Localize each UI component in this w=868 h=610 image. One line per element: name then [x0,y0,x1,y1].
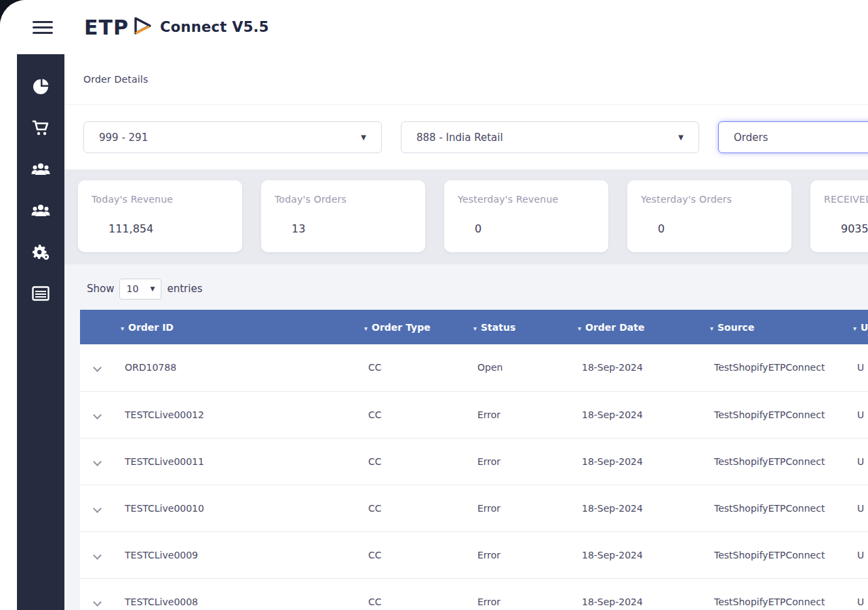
cell-order-date: 18-Sep-2024 [571,391,703,438]
play-triangle-icon [132,16,153,38]
company-select-value: 999 - 291 [99,131,148,144]
sidebar-nav [17,54,64,610]
expand-row-icon[interactable] [93,598,102,607]
expand-row-icon[interactable] [93,363,102,372]
cell-extra: U [846,578,868,610]
cell-order-date: 18-Sep-2024 [571,485,703,531]
expand-row-icon[interactable] [93,458,102,466]
stat-label: Today's Revenue [92,194,242,205]
column-header-extra[interactable]: ▾U [846,310,868,344]
cell-status: Error [467,438,571,485]
cell-status: Open [467,344,571,391]
show-label: Show [87,283,114,295]
page-title-bar: Order Details [64,54,868,105]
menu-icon[interactable] [33,18,53,37]
cell-extra: U [846,438,868,485]
cell-source: TestShopifyETPConnect [703,344,846,391]
brand-suffix-text: Connect V5.5 [160,19,269,35]
stat-value: 111,854 [108,222,242,235]
stat-value: 13 [292,222,425,235]
cart-icon [32,120,50,136]
cell-source: TestShopifyETPConnect [703,531,846,578]
module-select[interactable]: Orders [718,121,868,153]
filter-row: 999 - 291 ▼ 888 - India Retail ▼ Orders [64,105,868,169]
sort-caret-icon: ▾ [121,325,124,332]
column-header-order-date[interactable]: ▾Order Date [571,310,703,344]
stat-card-yesterdays-orders: Yesterday's Orders 0 [627,180,791,252]
expand-row-icon[interactable] [93,504,102,513]
module-select-value: Orders [734,131,768,144]
cell-order-type: CC [357,438,467,485]
sidebar-item-orders[interactable] [27,115,54,142]
cell-order-date: 18-Sep-2024 [571,344,703,391]
cell-order-type: CC [357,531,467,578]
sidebar-item-dashboard[interactable] [27,73,54,100]
company-select[interactable]: 999 - 291 ▼ [83,121,382,153]
sidebar-item-reports[interactable] [27,280,54,307]
cell-extra: U [846,485,868,531]
column-header-order-type[interactable]: ▾Order Type [357,310,467,344]
sidebar-item-settings[interactable] [27,239,54,266]
orders-table-section: Show 10 ▼ entries [64,264,868,610]
settings-gears-icon [32,244,50,260]
stat-label: Yesterday's Revenue [458,194,608,205]
sort-caret-icon: ▾ [364,325,368,332]
stat-card-yesterdays-revenue: Yesterday's Revenue 0 [444,180,608,252]
column-header-source[interactable]: ▾Source [703,310,846,344]
orders-table: ▾Order ID ▾Order Type ▾Status ▾Order Dat… [80,310,868,610]
cell-order-date: 18-Sep-2024 [571,578,703,610]
entries-label: entries [167,283,202,295]
stat-card-received: RECEIVED 9035 [810,180,868,252]
cell-source: TestShopifyETPConnect [703,438,846,485]
cell-source: TestShopifyETPConnect [703,578,846,610]
brand-logo: ETP Connect V5.5 [84,16,269,39]
expand-row-icon[interactable] [93,551,102,560]
sort-caret-icon: ▾ [473,325,477,332]
stat-value: 0 [475,222,608,235]
column-header-order-id[interactable]: ▾Order ID [114,310,357,344]
chevron-down-icon: ▼ [361,134,366,141]
cell-status: Error [467,531,571,578]
page-title: Order Details [83,74,148,85]
left-gutter [0,54,17,610]
page-size-select[interactable]: 10 ▼ [119,279,161,300]
chevron-down-icon: ▼ [151,285,155,292]
stat-value: 9035 [841,222,868,235]
page-size-value: 10 [126,283,138,294]
cell-status: Error [467,485,571,531]
sidebar-item-customers[interactable] [27,156,54,183]
cell-order-type: CC [357,344,467,391]
stat-label: RECEIVED [824,194,868,205]
app-window: ETP Connect V5.5 [0,0,868,610]
cell-order-date: 18-Sep-2024 [571,531,703,578]
cell-extra: U [846,344,868,391]
top-header: ETP Connect V5.5 [0,0,868,54]
stat-value: 0 [658,222,791,235]
cell-order-id: TESTCLive0008 [114,578,357,610]
stat-card-todays-orders: Today's Orders 13 [261,180,425,252]
table-row: TESTCLive00012 CC Error 18-Sep-2024 Test… [80,391,868,438]
orders-table-wrap: ▾Order ID ▾Order Type ▾Status ▾Order Dat… [80,310,868,610]
stat-label: Today's Orders [275,194,425,205]
store-select[interactable]: 888 - India Retail ▼ [401,121,699,153]
cell-order-type: CC [357,391,467,438]
main-content: Order Details 999 - 291 ▼ 888 - India Re… [64,54,868,610]
sort-caret-icon: ▾ [710,325,713,332]
cell-extra: U [846,531,868,578]
column-header-status[interactable]: ▾Status [467,310,571,344]
brand-etp-text: ETP [84,16,129,39]
cell-source: TestShopifyETPConnect [703,485,846,531]
stat-card-todays-revenue: Today's Revenue 111,854 [78,180,242,252]
expand-row-icon[interactable] [93,411,102,420]
table-row: TESTCLive00011 CC Error 18-Sep-2024 Test… [80,438,868,485]
cell-status: Error [467,391,571,438]
table-row: TESTCLive0009 CC Error 18-Sep-2024 TestS… [80,531,868,578]
customers-icon [31,161,50,178]
expand-column-header [80,310,114,344]
sort-caret-icon: ▾ [853,325,856,332]
sidebar-item-users[interactable] [27,197,54,224]
page-size-row: Show 10 ▼ entries [64,275,868,302]
store-select-value: 888 - India Retail [416,131,503,144]
chevron-down-icon: ▼ [678,134,684,141]
cell-order-id: TESTCLive00012 [114,391,357,438]
